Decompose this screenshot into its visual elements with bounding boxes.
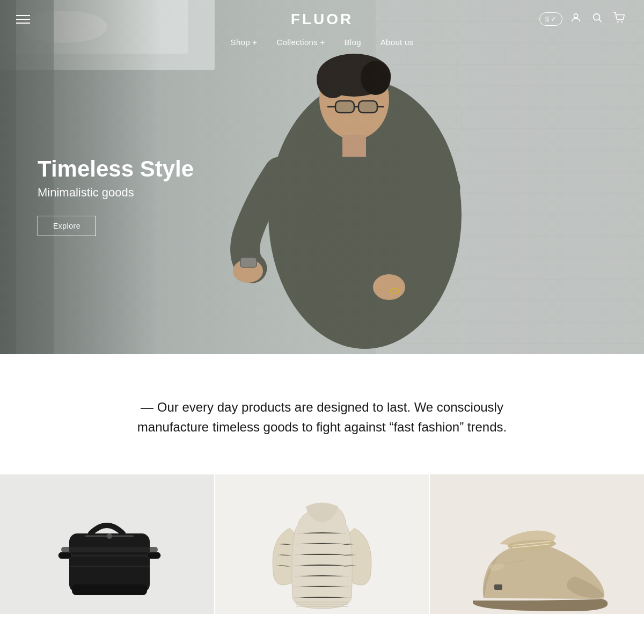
nav-blog[interactable]: Blog <box>345 38 361 47</box>
nav-about[interactable]: About us <box>380 38 414 47</box>
svg-rect-65 <box>147 552 160 559</box>
search-icon[interactable] <box>589 10 605 28</box>
bag-svg <box>21 474 193 614</box>
svg-rect-60 <box>69 555 150 557</box>
hamburger-menu-icon[interactable] <box>16 15 30 24</box>
product-card-bag[interactable] <box>0 474 214 614</box>
header: FLUOR $ ✓ <box>0 0 644 38</box>
user-icon[interactable] <box>568 10 584 28</box>
svg-rect-59 <box>61 547 158 552</box>
svg-rect-73 <box>494 584 502 590</box>
svg-line-2 <box>599 19 602 22</box>
product-image-shoe <box>430 474 644 614</box>
cart-icon[interactable] <box>611 10 628 28</box>
svg-point-0 <box>574 14 577 18</box>
hero-section: Timeless Style Minimalistic goods Explor… <box>0 0 644 354</box>
product-card-shoe[interactable] <box>430 474 644 614</box>
sweater-svg <box>225 474 419 614</box>
header-right: $ ✓ <box>539 10 628 28</box>
svg-rect-64 <box>58 552 72 559</box>
currency-symbol: $ <box>545 15 549 23</box>
currency-check: ✓ <box>551 15 557 23</box>
product-card-sweater[interactable] <box>215 474 429 614</box>
hero-subtitle: Minimalistic goods <box>38 186 194 200</box>
tagline-section: — Our every day products are designed to… <box>0 354 644 474</box>
svg-rect-57 <box>69 533 150 592</box>
products-section <box>0 474 644 614</box>
tagline-body: Our every day products are designed to l… <box>137 400 507 434</box>
nav-shop[interactable]: Shop + <box>231 38 258 47</box>
hero-content: Timeless Style Minimalistic goods Explor… <box>38 157 194 236</box>
main-nav: Shop + Collections + Blog About us <box>231 38 414 47</box>
product-image-bag <box>0 474 214 614</box>
svg-point-4 <box>621 21 623 23</box>
site-logo[interactable]: FLUOR <box>291 11 353 28</box>
svg-point-1 <box>594 14 600 20</box>
currency-button[interactable]: $ ✓ <box>539 12 562 26</box>
svg-rect-61 <box>69 566 150 567</box>
nav-collections[interactable]: Collections + <box>276 38 325 47</box>
tagline-text: — Our every day products are designed to… <box>107 397 537 437</box>
explore-button[interactable]: Explore <box>38 216 96 236</box>
hero-title: Timeless Style <box>38 157 194 181</box>
header-left <box>16 15 30 24</box>
svg-rect-58 <box>72 584 147 595</box>
tagline-dash: — <box>141 400 153 414</box>
product-image-sweater <box>215 474 429 614</box>
svg-point-63 <box>107 533 112 539</box>
svg-point-3 <box>617 21 619 23</box>
shoe-svg <box>441 474 634 614</box>
